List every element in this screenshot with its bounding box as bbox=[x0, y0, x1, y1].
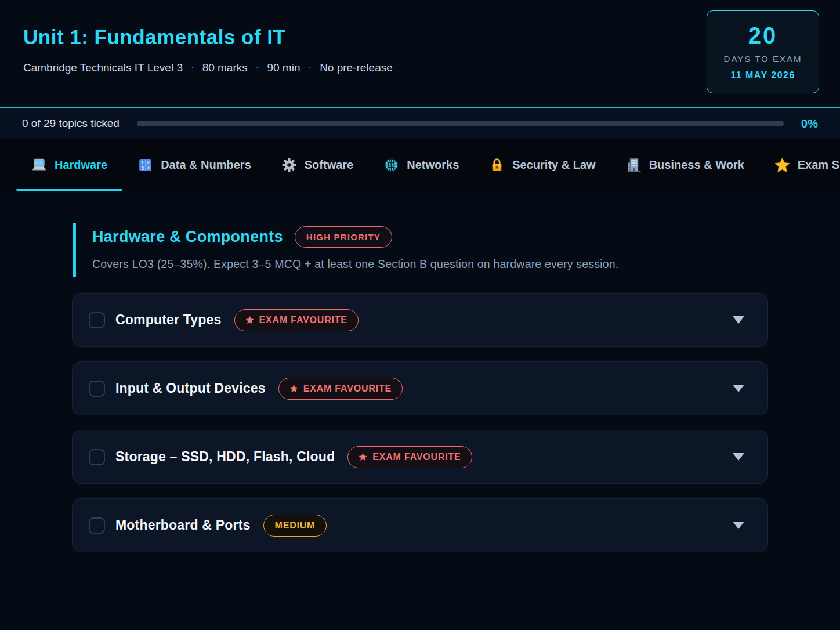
svg-text:4: 4 bbox=[147, 165, 150, 171]
chevron-down-icon[interactable] bbox=[733, 385, 744, 392]
topic-row-motherboard-ports[interactable]: Motherboard & Ports MEDIUM bbox=[72, 498, 768, 552]
chevron-down-icon[interactable] bbox=[733, 453, 744, 461]
topic-row-input-output-devices[interactable]: Input & Output Devices EXAM FAVOURITE bbox=[72, 361, 768, 415]
badge-label: EXAM FAVOURITE bbox=[372, 452, 461, 462]
topic-checkbox[interactable] bbox=[89, 517, 105, 534]
section-title: Hardware & Components bbox=[92, 228, 283, 246]
countdown-label: DAYS TO EXAM bbox=[724, 54, 802, 64]
tab-label: Security & Law bbox=[512, 158, 595, 172]
exam-favourite-badge: EXAM FAVOURITE bbox=[234, 309, 359, 331]
topic-tabs: Hardware 1234 Data & Numbers Software Ne… bbox=[0, 139, 840, 191]
topic-list: Computer Types EXAM FAVOURITE Input & Ou… bbox=[72, 293, 768, 552]
chevron-down-icon[interactable] bbox=[733, 522, 744, 529]
tab-panel-hardware: Hardware & Components HIGH PRIORITY Cove… bbox=[0, 191, 840, 552]
laptop-icon bbox=[31, 157, 47, 173]
exam-countdown-card: 20 DAYS TO EXAM 11 MAY 2026 bbox=[707, 10, 819, 93]
tab-label: Networks bbox=[407, 158, 459, 172]
meta-duration: 90 min bbox=[267, 61, 300, 74]
meta-prerelease: No pre-release bbox=[320, 61, 393, 74]
tab-data-numbers[interactable]: 1234 Data & Numbers bbox=[122, 139, 266, 191]
topic-label: Computer Types bbox=[115, 312, 222, 328]
numbers-icon: 1234 bbox=[137, 157, 153, 173]
tab-networks[interactable]: Networks bbox=[368, 139, 474, 191]
globe-icon bbox=[383, 157, 399, 173]
tab-label: Software bbox=[305, 158, 353, 172]
countdown-date: 11 MAY 2026 bbox=[730, 70, 795, 81]
tab-label: Exam Skills bbox=[798, 158, 840, 172]
section-description: Covers LO3 (25–35%). Expect 3–5 MCQ + at… bbox=[92, 258, 768, 271]
svg-text:1: 1 bbox=[141, 160, 144, 165]
meta-separator: · bbox=[256, 62, 259, 74]
svg-text:2: 2 bbox=[147, 160, 150, 165]
tab-label: Hardware bbox=[55, 158, 107, 172]
meta-course: Cambridge Technicals IT Level 3 bbox=[23, 61, 183, 74]
page-title: Unit 1: Fundamentals of IT bbox=[23, 26, 819, 49]
topic-row-computer-types[interactable]: Computer Types EXAM FAVOURITE bbox=[72, 293, 768, 347]
meta-marks: 80 marks bbox=[202, 61, 248, 74]
topic-label: Storage – SSD, HDD, Flash, Cloud bbox=[115, 449, 335, 465]
building-icon bbox=[626, 157, 642, 173]
star-icon bbox=[289, 384, 298, 393]
tab-security-law[interactable]: Security & Law bbox=[474, 139, 610, 191]
page-header: Unit 1: Fundamentals of IT Cambridge Tec… bbox=[0, 0, 840, 107]
progress-bar bbox=[137, 121, 784, 126]
exam-favourite-badge: EXAM FAVOURITE bbox=[278, 378, 403, 400]
topic-label: Input & Output Devices bbox=[115, 381, 266, 396]
tab-label: Data & Numbers bbox=[161, 158, 251, 172]
medium-priority-badge: MEDIUM bbox=[263, 515, 327, 537]
topic-label: Motherboard & Ports bbox=[115, 517, 251, 533]
tab-hardware[interactable]: Hardware bbox=[16, 139, 122, 191]
topic-checkbox[interactable] bbox=[89, 449, 105, 465]
progress-label: 0 of 29 topics ticked bbox=[22, 117, 120, 130]
gear-icon bbox=[281, 157, 297, 173]
tab-software[interactable]: Software bbox=[266, 139, 368, 191]
section-header: Hardware & Components HIGH PRIORITY Cove… bbox=[73, 223, 768, 277]
badge-label: EXAM FAVOURITE bbox=[259, 315, 347, 325]
topic-checkbox[interactable] bbox=[89, 381, 105, 397]
badge-label: EXAM FAVOURITE bbox=[303, 383, 392, 394]
topic-row-storage[interactable]: Storage – SSD, HDD, Flash, Cloud EXAM FA… bbox=[72, 430, 768, 484]
tab-label: Business & Work bbox=[649, 158, 744, 172]
tab-exam-skills[interactable]: Exam Skills bbox=[759, 139, 840, 191]
svg-text:3: 3 bbox=[141, 165, 144, 171]
progress-percentage: 0% bbox=[801, 117, 818, 131]
exam-favourite-badge: EXAM FAVOURITE bbox=[347, 446, 472, 468]
tab-business-work[interactable]: Business & Work bbox=[611, 139, 759, 191]
high-priority-badge: HIGH PRIORITY bbox=[295, 226, 392, 248]
star-icon bbox=[245, 316, 254, 324]
lock-icon bbox=[489, 157, 505, 173]
exam-meta: Cambridge Technicals IT Level 3 · 80 mar… bbox=[23, 61, 819, 74]
countdown-days: 20 bbox=[748, 24, 778, 47]
meta-separator: · bbox=[308, 62, 312, 74]
star-icon bbox=[774, 157, 790, 173]
progress-section: 0 of 29 topics ticked 0% bbox=[0, 107, 840, 139]
chevron-down-icon[interactable] bbox=[733, 316, 744, 324]
topic-checkbox[interactable] bbox=[89, 312, 105, 328]
meta-separator: · bbox=[191, 62, 194, 74]
star-icon bbox=[359, 452, 367, 461]
